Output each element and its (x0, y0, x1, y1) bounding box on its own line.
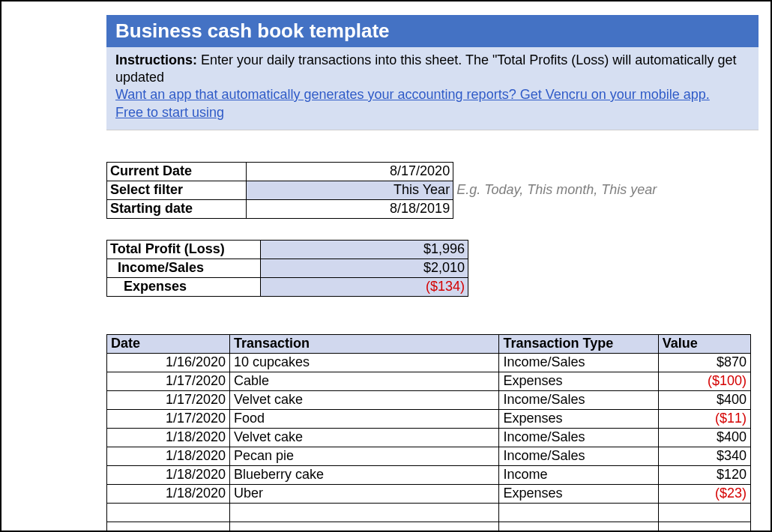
meta-spacer (453, 162, 759, 181)
filter-hint: E.g. Today, This month, This year (453, 181, 759, 199)
table-row[interactable]: 1/17/2020Velvet cakeIncome/Sales$400 (107, 390, 751, 409)
promo-link-2[interactable]: Free to start using (115, 105, 224, 120)
instructions-body: Enter your daily transactions into this … (115, 52, 736, 85)
cell-date[interactable]: 1/18/2020 (107, 484, 230, 503)
filter-label: Select filter (107, 181, 247, 199)
transactions-header-row: Date Transaction Transaction Type Value (107, 334, 751, 353)
table-row[interactable]: 1/16/202010 cupcakesIncome/Sales$870 (107, 353, 751, 372)
meta-row-starting: Starting date 8/18/2019 (107, 199, 759, 218)
cell-value[interactable]: $400 (658, 390, 750, 409)
cell-value[interactable]: ($11) (658, 409, 750, 428)
cell-trans[interactable]: Cable (230, 372, 499, 390)
cell-value[interactable]: ($23) (658, 484, 750, 503)
cell-type[interactable]: Income/Sales (499, 428, 658, 447)
cell-value[interactable]: $400 (658, 428, 750, 447)
table-row[interactable]: 1/18/2020Blueberry cakeIncome$120 (107, 465, 751, 484)
cell-value[interactable]: ($100) (658, 372, 750, 390)
content-area: Current Date 8/17/2020 Select filter Thi… (106, 162, 759, 532)
cell-trans[interactable]: Velvet cake (230, 428, 499, 447)
cell-type[interactable]: Income (499, 465, 658, 484)
instructions-box: Instructions: Enter your daily transacti… (106, 47, 759, 130)
promo-link-1[interactable]: Want an app that automatically generates… (115, 87, 710, 102)
table-row[interactable]: 1/18/2020Velvet cakeIncome/Sales$400 (107, 428, 751, 447)
profit-row-expenses: Expenses ($134) (107, 277, 468, 296)
cell-date[interactable]: 1/17/2020 (107, 390, 230, 409)
starting-date-value[interactable]: 8/18/2019 (247, 199, 453, 218)
cell-date[interactable]: 1/18/2020 (107, 428, 230, 447)
page: Business cash book template Instructions… (0, 0, 772, 532)
meta-table: Current Date 8/17/2020 Select filter Thi… (106, 162, 759, 219)
profit-row-income: Income/Sales $2,010 (107, 259, 468, 277)
table-row-empty[interactable] (107, 522, 751, 532)
filter-value[interactable]: This Year (247, 181, 453, 199)
cell-date[interactable]: 1/18/2020 (107, 465, 230, 484)
cell-date[interactable]: 1/17/2020 (107, 372, 230, 390)
col-header-type: Transaction Type (499, 334, 658, 353)
profit-row-total: Total Profit (Loss) $1,996 (107, 240, 468, 259)
cell-date[interactable]: 1/16/2020 (107, 353, 230, 372)
cell-trans[interactable]: Blueberry cake (230, 465, 499, 484)
cell-date[interactable]: 1/18/2020 (107, 447, 230, 465)
instructions-label: Instructions: (115, 52, 197, 67)
current-date-value[interactable]: 8/17/2020 (247, 162, 453, 181)
col-header-trans: Transaction (230, 334, 499, 353)
cell-trans[interactable]: Uber (230, 484, 499, 503)
cell-type[interactable]: Expenses (499, 484, 658, 503)
meta-spacer-2 (453, 199, 759, 218)
cell-value[interactable]: $340 (658, 447, 750, 465)
income-value: $2,010 (261, 259, 468, 277)
cell-type[interactable]: Income/Sales (499, 390, 658, 409)
instructions-text: Instructions: Enter your daily transacti… (115, 52, 750, 85)
cell-trans[interactable]: 10 cupcakes (230, 353, 499, 372)
page-title: Business cash book template (106, 15, 759, 47)
cell-trans[interactable]: Velvet cake (230, 390, 499, 409)
expenses-label: Expenses (107, 277, 261, 296)
table-row[interactable]: 1/17/2020FoodExpenses($11) (107, 409, 751, 428)
table-row[interactable]: 1/18/2020UberExpenses($23) (107, 484, 751, 503)
total-profit-value: $1,996 (261, 240, 468, 259)
income-label: Income/Sales (107, 259, 261, 277)
cell-trans[interactable]: Food (230, 409, 499, 428)
table-row-empty[interactable] (107, 503, 751, 522)
cell-date[interactable]: 1/17/2020 (107, 409, 230, 428)
cell-type[interactable]: Expenses (499, 372, 658, 390)
starting-date-label: Starting date (107, 199, 247, 218)
cell-trans[interactable]: Pecan pie (230, 447, 499, 465)
total-profit-label: Total Profit (Loss) (107, 240, 261, 259)
expenses-value: ($134) (261, 277, 468, 296)
meta-row-current-date: Current Date 8/17/2020 (107, 162, 759, 181)
table-row[interactable]: 1/17/2020CableExpenses($100) (107, 372, 751, 390)
col-header-value: Value (658, 334, 750, 353)
meta-row-filter: Select filter This Year E.g. Today, This… (107, 181, 759, 199)
cell-type[interactable]: Income/Sales (499, 447, 658, 465)
cell-type[interactable]: Expenses (499, 409, 658, 428)
col-header-date: Date (107, 334, 230, 353)
current-date-label: Current Date (107, 162, 247, 181)
cell-value[interactable]: $870 (658, 353, 750, 372)
transactions-table: Date Transaction Transaction Type Value … (106, 334, 751, 532)
cell-type[interactable]: Income/Sales (499, 353, 658, 372)
profit-table: Total Profit (Loss) $1,996 Income/Sales … (106, 240, 468, 297)
table-row[interactable]: 1/18/2020Pecan pieIncome/Sales$340 (107, 447, 751, 465)
cell-value[interactable]: $120 (658, 465, 750, 484)
